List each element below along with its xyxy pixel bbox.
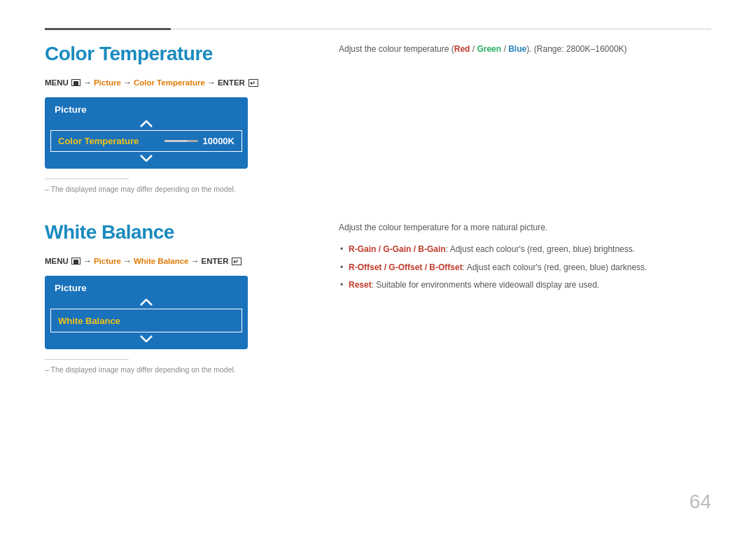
- white-balance-title: White Balance: [45, 221, 304, 244]
- section2-note: – The displayed image may differ dependi…: [45, 365, 304, 374]
- arrow6: →: [190, 256, 199, 266]
- chevron-up-wb: [45, 297, 248, 309]
- section1-note: – The displayed image may differ dependi…: [45, 185, 304, 193]
- page-number: 64: [690, 491, 711, 513]
- tv-item-label-color-temp: Color Temperature: [58, 136, 139, 146]
- enter-label: ENTER: [218, 78, 245, 87]
- desc-red: Red: [454, 44, 470, 54]
- color-temperature-title: Color Temperature: [45, 43, 304, 65]
- arrow2: →: [123, 78, 132, 87]
- arrow5: →: [123, 256, 132, 266]
- tv-item-label-wb: White Balance: [58, 316, 120, 326]
- tv-item-value-color-temp: 10000K: [164, 136, 234, 146]
- section-right-white-balance: Adjust the colour temperature for a more…: [325, 221, 711, 374]
- desc-blue: Blue: [508, 44, 526, 54]
- tv-screen-header-wb: Picture: [45, 276, 248, 297]
- chevron-up-color-temp: [45, 119, 248, 130]
- section2-divider: [45, 359, 129, 360]
- top-rule: [45, 28, 711, 30]
- top-rule-dark: [45, 28, 171, 30]
- menu-icon: [71, 79, 80, 86]
- wb-bullet-2: R-Offset / G-Offset / B-Offset: Adjust e…: [339, 261, 711, 274]
- color-temp-description: Adjust the colour temperature (Red / Gre…: [339, 43, 711, 56]
- top-rule-light: [171, 29, 711, 29]
- wb-bullet-3: Reset: Suitable for environments where v…: [339, 279, 711, 292]
- enter-icon2: [232, 258, 241, 265]
- enter-icon: [248, 79, 258, 87]
- section-color-temperature: Color Temperature MENU → Picture → Color…: [45, 43, 711, 193]
- enter-label2: ENTER: [201, 257, 228, 265]
- tv-screen-color-temp: Picture Color Temperature 10000K: [45, 97, 248, 169]
- menu-prefix-label2: MENU: [45, 257, 69, 265]
- menu-picture-link: Picture: [94, 78, 121, 87]
- wb-text-3: : Suitable for environments where videow…: [372, 280, 600, 290]
- wb-term-3: Reset: [349, 280, 372, 290]
- menu-path-color-temp: MENU → Picture → Color Temperature → ENT…: [45, 78, 304, 87]
- chevron-down-color-temp: [45, 152, 248, 163]
- wb-text-2: : Adjust each colour's (red, green, blue…: [463, 262, 648, 272]
- tv-item-val-text: 10000K: [202, 136, 234, 146]
- section1-divider: [45, 178, 129, 179]
- wb-text-1: : Adjust each colour's (red, green, blue…: [446, 244, 635, 254]
- arrow1: →: [83, 78, 92, 87]
- wb-desc-intro: Adjust the colour temperature for a more…: [339, 221, 711, 234]
- arrow4: →: [83, 256, 92, 266]
- arrow3: →: [207, 78, 216, 87]
- section-left-color-temp: Color Temperature MENU → Picture → Color…: [45, 43, 325, 193]
- menu-icon2: [71, 258, 80, 265]
- wb-term-2: R-Offset / G-Offset / B-Offset: [349, 262, 463, 272]
- tv-screen-item-color-temp: Color Temperature 10000K: [50, 130, 242, 152]
- wb-term-1: R-Gain / G-Gain / B-Gain: [349, 244, 446, 254]
- menu-wb-link: White Balance: [134, 257, 189, 265]
- chevron-down-wb: [45, 332, 248, 344]
- tv-screen-header-color-temp: Picture: [45, 97, 248, 119]
- tv-screen-white-balance: Picture White Balance: [45, 276, 248, 349]
- wb-bullet-list: R-Gain / G-Gain / B-Gain: Adjust each co…: [339, 243, 711, 292]
- section-white-balance: White Balance MENU → Picture → White Bal…: [45, 221, 711, 374]
- tv-item-bar: [164, 140, 198, 142]
- page-container: Color Temperature MENU → Picture → Color…: [0, 0, 756, 534]
- menu-path-white-balance: MENU → Picture → White Balance → ENTER: [45, 256, 304, 266]
- desc-green: Green: [477, 44, 501, 54]
- section-left-white-balance: White Balance MENU → Picture → White Bal…: [45, 221, 325, 374]
- tv-screen-item-wb: White Balance: [50, 309, 242, 332]
- wb-bullet-1: R-Gain / G-Gain / B-Gain: Adjust each co…: [339, 243, 711, 256]
- section-right-color-temp: Adjust the colour temperature (Red / Gre…: [325, 43, 711, 193]
- menu-picture-link2: Picture: [94, 257, 121, 265]
- menu-prefix-label: MENU: [45, 78, 69, 87]
- menu-colortemp-link: Color Temperature: [134, 78, 205, 87]
